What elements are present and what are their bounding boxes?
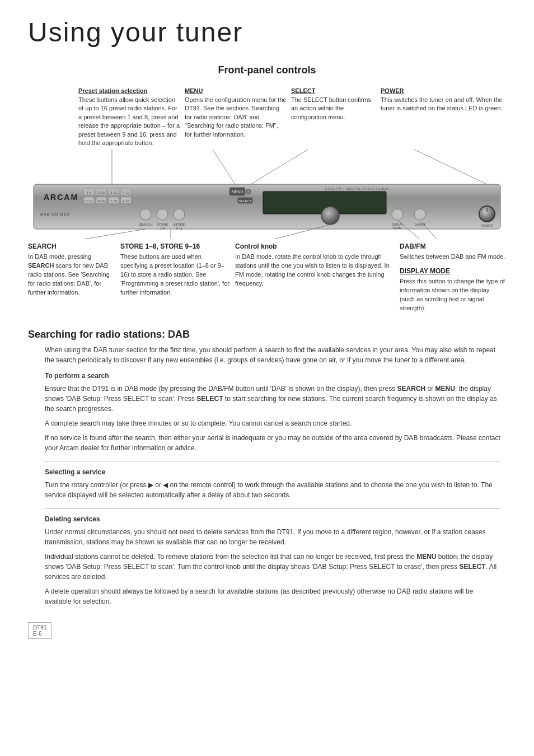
menu-label: MENU [185, 87, 287, 94]
control-knob-text: In DAB mode, rotate the control knob to … [235, 253, 394, 288]
dabfm-title: DAB/FM [400, 242, 506, 250]
dabfm-text: Switches between DAB and FM mode. [400, 253, 506, 262]
display-mode-text: Press this button to change the type of … [400, 277, 506, 313]
deleting-services-p3: A delete operation should always be foll… [45, 586, 500, 606]
svg-point-31 [157, 209, 168, 220]
power-annotation: POWER This switches the tuner on and off… [381, 87, 506, 113]
svg-point-29 [140, 209, 151, 220]
svg-text:DAB CD·RDS: DAB CD·RDS [40, 212, 70, 216]
deleting-services-p2: Individual stations cannot be deleted. T… [45, 552, 500, 582]
svg-text:ARCAM: ARCAM [44, 193, 78, 202]
svg-text:2-12: 2-12 [98, 191, 105, 194]
svg-text:6-14: 6-14 [98, 199, 105, 203]
dab-section: Searching for radio stations: DAB When u… [28, 323, 506, 606]
svg-text:SELECT: SELECT [238, 199, 252, 203]
svg-text:9-16: 9-16 [123, 199, 130, 203]
front-panel-title: Front-panel controls [28, 64, 506, 76]
display-mode-callout: DISPLAY MODE Press this button to change… [400, 267, 506, 313]
svg-point-38 [321, 207, 339, 225]
svg-line-3 [414, 150, 487, 184]
svg-text:STORE: STORE [157, 223, 168, 226]
search-callout: SEARCH In DAB mode, pressing SEARCH scan… [28, 242, 115, 313]
svg-text:SEARCH: SEARCH [138, 223, 152, 226]
select-annotation: SELECT The SELECT button confirms an act… [291, 87, 381, 122]
right-callouts: DAB/FM Switches between DAB and FM mode.… [400, 242, 506, 313]
search-callout-title: SEARCH [28, 242, 115, 250]
tuner-svg: ARCAM DAB CD·RDS 1-8 2-12 3-11 4-12 MENU… [28, 150, 506, 239]
divider-2 [45, 508, 500, 508]
svg-text:MENU: MENU [232, 190, 243, 194]
display-mode-title: DISPLAY MODE [400, 267, 506, 275]
preset-label: Preset station selection [78, 87, 180, 94]
dab-section-title: Searching for radio stations: DAB [28, 329, 506, 340]
store-callout-text: These buttons are used when specifying a… [120, 253, 229, 297]
dab-section-body: When using the DAB tuner section for the… [28, 345, 506, 606]
footer-page: E-6 [33, 631, 46, 637]
bottom-callouts: SEARCH In DAB mode, pressing SEARCH scan… [28, 239, 506, 313]
selecting-service-title: Selecting a service [45, 467, 500, 477]
svg-point-42 [414, 209, 425, 220]
search-callout-text: In DAB mode, pressing SEARCH scans for n… [28, 253, 115, 297]
svg-line-1 [213, 150, 235, 184]
perform-search-title: To perform a search [45, 371, 500, 381]
control-knob-callout: Control knob In DAB mode, rotate the con… [235, 242, 394, 313]
svg-text:MODE: MODE [394, 226, 402, 230]
svg-point-34 [174, 209, 185, 220]
dab-intro: When using the DAB tuner section for the… [45, 345, 500, 365]
select-label: SELECT [291, 87, 376, 94]
perform-search-p3: If no service is found after the search,… [45, 433, 500, 453]
perform-search-p2: A complete search may take three minutes… [45, 418, 500, 428]
svg-line-2 [251, 150, 308, 184]
power-label: POWER [381, 87, 506, 94]
footer-model: DT91 [33, 624, 46, 631]
preset-text: These buttons allow quick selection of u… [78, 96, 180, 147]
svg-text:9–16: 9–16 [176, 227, 182, 230]
power-text: This switches the tuner on and off. When… [381, 96, 506, 113]
footer-tag: DT91 E-6 [28, 622, 51, 639]
svg-text:1–8: 1–8 [160, 227, 165, 230]
perform-search-p1: Ensure that the DT91 is in DAB mode (by … [45, 384, 500, 414]
deleting-services-p1: Under normal circumstances, you should n… [45, 527, 500, 547]
svg-line-48 [84, 229, 146, 239]
svg-point-17 [246, 189, 251, 194]
selecting-service-text: Turn the rotary controller (or press ▶ o… [45, 480, 500, 500]
control-knob-title: Control knob [235, 242, 394, 250]
svg-text:5-13: 5-13 [86, 199, 93, 203]
svg-text:1-8: 1-8 [87, 191, 92, 194]
dabfm-callout: DAB/FM Switches between DAB and FM mode. [400, 242, 506, 262]
store-callout-title: STORE 1–8, STORE 9–16 [120, 242, 229, 250]
svg-text:3-11: 3-11 [110, 191, 118, 194]
front-panel-diagram: Preset station selection These buttons a… [28, 87, 506, 313]
svg-text:DT91: FM + DIGITAL RADIO TUNER: DT91: FM + DIGITAL RADIO TUNER [325, 187, 388, 190]
svg-text:4-12: 4-12 [123, 191, 130, 194]
page-title: Using your tuner [28, 17, 506, 48]
divider-1 [45, 461, 500, 461]
svg-point-39 [392, 209, 403, 220]
svg-text:7-15: 7-15 [110, 199, 118, 203]
tuner-wrapper: ARCAM DAB CD·RDS 1-8 2-12 3-11 4-12 MENU… [28, 150, 506, 239]
menu-annotation: MENU Opens the configuration menu for th… [185, 87, 291, 139]
preset-annotation: Preset station selection These buttons a… [78, 87, 185, 147]
store-callout: STORE 1–8, STORE 9–16 These buttons are … [120, 242, 229, 313]
svg-text:STORE: STORE [174, 223, 185, 226]
menu-text: Opens the configuration menu for the DT9… [185, 96, 287, 139]
svg-text:POWER: POWER [481, 224, 494, 227]
deleting-services-title: Deleting services [45, 514, 500, 524]
select-text: The SELECT button confirms an action wit… [291, 96, 376, 122]
